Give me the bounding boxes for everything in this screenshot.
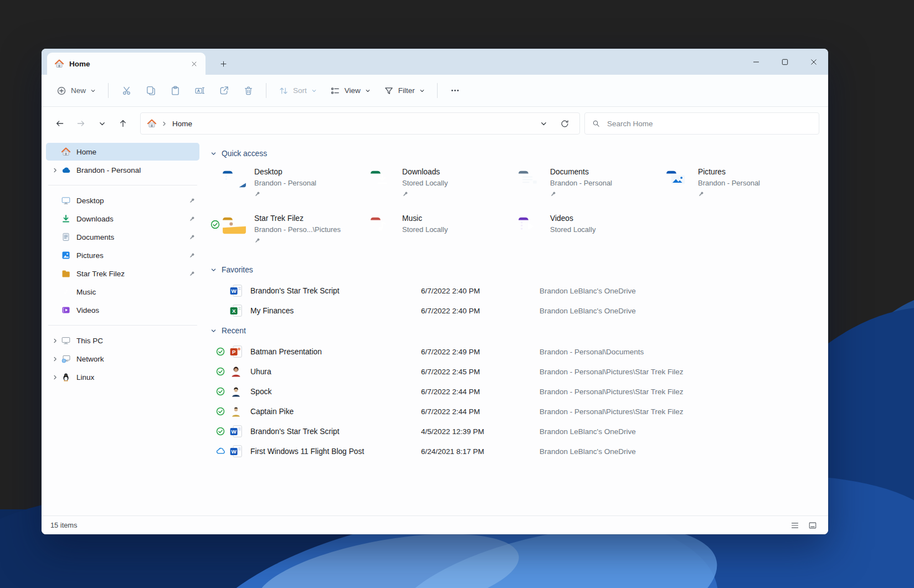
pin-icon <box>550 191 556 197</box>
file-date: 6/24/2021 8:17 PM <box>421 447 540 456</box>
file-row-uhura[interactable]: Uhura 6/7/2022 2:45 PM Brandon - Persona… <box>210 362 824 381</box>
file-row-brandon-s-star-trek-script[interactable]: Brandon's Star Trek Script 6/7/2022 2:40… <box>210 281 824 301</box>
cut-button[interactable] <box>115 81 138 101</box>
sidebar-item-documents[interactable]: Documents <box>46 228 199 246</box>
file-icon <box>229 365 248 378</box>
tile-desktop[interactable]: Desktop Brandon - Personal <box>210 167 358 203</box>
tile-name: Documents <box>550 167 654 178</box>
tab-home[interactable]: Home <box>47 53 206 75</box>
sidebar-item-icon <box>59 147 73 156</box>
sidebar-item-pictures[interactable]: Pictures <box>46 246 199 264</box>
file-location: Brandon - Personal\Pictures\Star Trek Fi… <box>540 388 824 396</box>
file-name: Brandon's Star Trek Script <box>248 287 421 295</box>
sidebar-item-home[interactable]: Home <box>46 143 199 161</box>
sidebar-item-music[interactable]: Music <box>46 283 199 301</box>
file-row-brandon-s-star-trek-script[interactable]: Brandon's Star Trek Script 4/5/2022 12:3… <box>210 421 824 441</box>
sidebar-item-this-pc[interactable]: This PC <box>46 332 199 349</box>
close-button[interactable] <box>799 49 828 75</box>
onedrive-icon <box>61 166 70 174</box>
sidebar-item-brandon-personal[interactable]: Brandon - Personal <box>46 161 199 179</box>
file-row-my-finances[interactable]: My Finances 6/7/2022 2:40 PM Brandon LeB… <box>210 301 824 321</box>
up-icon <box>118 118 128 128</box>
more-options-button[interactable] <box>444 81 467 101</box>
address-dropdown-button[interactable] <box>534 114 553 133</box>
folder-documents-icon <box>517 168 543 189</box>
up-button[interactable] <box>114 114 132 133</box>
section-header-favorites[interactable]: Favorites <box>210 263 824 276</box>
expand-chevron[interactable] <box>50 167 59 173</box>
file-date: 4/5/2022 12:39 PM <box>421 427 540 436</box>
window-controls <box>742 49 828 75</box>
sort-button[interactable]: Sort <box>273 81 323 101</box>
view-button[interactable]: View <box>324 81 377 101</box>
recent-locations-button[interactable] <box>93 114 111 133</box>
sidebar-item-icon <box>59 196 73 205</box>
rename-button[interactable] <box>188 81 211 101</box>
section-header-recent[interactable]: Recent <box>210 324 824 337</box>
folder-sb-icon <box>61 269 70 278</box>
expand-chevron[interactable] <box>50 338 59 344</box>
pin-slot <box>186 252 197 259</box>
share-button[interactable] <box>212 81 235 101</box>
search-input[interactable] <box>606 119 812 128</box>
maximize-icon <box>780 57 790 67</box>
sidebar-item-linux[interactable]: Linux <box>46 368 199 386</box>
minimize-button[interactable] <box>742 49 771 75</box>
tab-close-button[interactable] <box>187 56 201 71</box>
pin-slot <box>402 191 506 198</box>
forward-button[interactable] <box>71 114 90 133</box>
tile-name: Pictures <box>698 167 802 178</box>
file-row-batman-presentation[interactable]: Batman Presentation 6/7/2022 2:49 PM Bra… <box>210 342 824 362</box>
file-icon <box>229 385 248 398</box>
sync-status <box>216 387 229 396</box>
sidebar-item-desktop[interactable]: Desktop <box>46 192 199 209</box>
tile-icon <box>665 168 691 189</box>
new-tab-button[interactable] <box>214 55 232 73</box>
thispc-icon <box>61 336 70 345</box>
more-icon <box>450 85 460 96</box>
sort-button-label: Sort <box>293 86 307 95</box>
videos-sb-icon <box>61 306 70 314</box>
file-date: 6/7/2022 2:45 PM <box>421 368 540 376</box>
sidebar-item-downloads[interactable]: Downloads <box>46 210 199 228</box>
section-header-quick-access[interactable]: Quick access <box>210 147 824 160</box>
sidebar-item-videos[interactable]: Videos <box>46 301 199 319</box>
tile-icon <box>517 214 543 235</box>
expand-chevron[interactable] <box>50 356 59 362</box>
tile-downloads[interactable]: Downloads Stored Locally <box>358 167 506 203</box>
chevron-down-icon <box>210 328 217 334</box>
expand-chevron[interactable] <box>50 374 59 380</box>
new-button[interactable]: New <box>50 81 102 101</box>
refresh-button[interactable] <box>555 114 574 133</box>
document-sb-icon <box>61 233 70 241</box>
file-row-captain-pike[interactable]: Captain Pike 6/7/2022 2:44 PM Brandon - … <box>210 401 824 421</box>
file-row-first-windows-11-flight-blog-post[interactable]: First Windows 11 Flight Blog Post 6/24/2… <box>210 441 824 461</box>
filter-button[interactable]: Filter <box>378 81 431 101</box>
tile-documents[interactable]: Documents Brandon - Personal <box>506 167 654 203</box>
breadcrumb[interactable]: Home <box>140 112 580 135</box>
sidebar-item-star-trek-filez[interactable]: Star Trek Filez <box>46 265 199 282</box>
sync-status <box>216 427 229 436</box>
copy-button[interactable] <box>139 81 162 101</box>
tile-videos[interactable]: Videos Stored Locally <box>506 213 654 250</box>
breadcrumb-item-home[interactable]: Home <box>172 120 192 128</box>
file-name: My Finances <box>248 307 421 315</box>
sidebar-item-network[interactable]: Network <box>46 350 199 368</box>
view-icon <box>330 86 340 96</box>
maximize-button[interactable] <box>771 49 799 75</box>
delete-button[interactable] <box>237 81 260 101</box>
file-location: Brandon - Personal\Pictures\Star Trek Fi… <box>540 368 824 376</box>
tile-star-trek-filez[interactable]: Star Trek Filez Brandon - Perso...\Pictu… <box>210 213 358 250</box>
tile-icon <box>517 168 543 189</box>
pin-slot <box>698 191 802 198</box>
file-row-spock[interactable]: Spock 6/7/2022 2:44 PM Brandon - Persona… <box>210 381 824 401</box>
tile-pictures[interactable]: Pictures Brandon - Personal <box>654 167 802 203</box>
large-thumbnails-view-button[interactable] <box>806 519 819 532</box>
music-sb-icon <box>61 287 70 296</box>
file-location: Brandon LeBlanc's OneDrive <box>540 447 824 456</box>
paste-button[interactable] <box>163 81 187 101</box>
tile-music[interactable]: Music Stored Locally <box>358 213 506 250</box>
back-button[interactable] <box>50 114 69 133</box>
details-view-button[interactable] <box>788 519 802 532</box>
linux-icon <box>61 373 70 381</box>
